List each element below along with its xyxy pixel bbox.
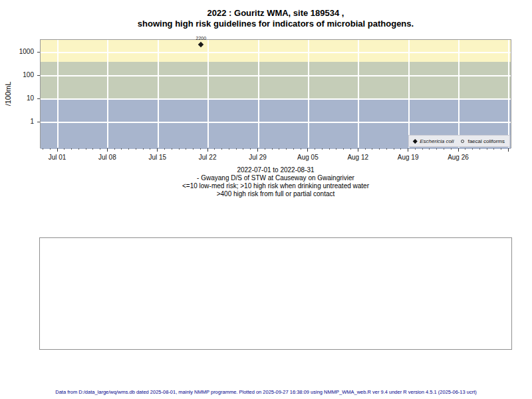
chart-title: 2022 : Gouritz WMA, site 189534 , showin… [40, 8, 511, 29]
x-axis-minor-tick [487, 148, 487, 150]
plot-area: 2200Eschericia colifaecal coliforms [40, 39, 511, 148]
x-axis-major-tick [508, 148, 509, 152]
x-axis-minor-tick [451, 148, 452, 150]
x-axis: Jul 01Jul 08Jul 15Jul 22Jul 29Aug 05Aug … [40, 148, 511, 165]
x-axis-major-tick [257, 148, 258, 152]
x-axis-minor-tick [78, 148, 79, 150]
open-circle-icon [461, 140, 464, 143]
x-axis-minor-tick [479, 148, 480, 150]
data-point-value-label: 2200 [188, 36, 214, 41]
x-axis-minor-tick [343, 148, 344, 150]
x-axis-minor-tick [150, 148, 150, 150]
x-axis-tick-label: Jul 22 [191, 154, 224, 161]
x-axis-tick-label: Aug 12 [341, 154, 374, 161]
x-axis-minor-tick [71, 148, 72, 150]
x-axis-minor-tick [128, 148, 129, 150]
x-axis-minor-tick [43, 148, 43, 150]
x-axis-minor-tick [164, 148, 165, 150]
x-axis-minor-tick [336, 148, 336, 150]
x-axis-major-tick [408, 148, 408, 152]
x-axis-minor-tick [236, 148, 237, 150]
x-axis-minor-tick [179, 148, 180, 150]
legend-entry: Eschericia coli [414, 138, 454, 144]
x-axis-minor-tick [301, 148, 301, 150]
x-axis-minor-tick [186, 148, 186, 150]
x-axis-minor-tick [286, 148, 287, 150]
x-axis-minor-tick [221, 148, 222, 150]
x-axis-major-tick [458, 148, 459, 152]
high-risk-drinking-band [41, 62, 511, 99]
x-axis-tick-label: Aug 19 [392, 154, 425, 161]
gridline-vertical [207, 40, 209, 148]
y-axis: 1101001000 [0, 39, 40, 148]
x-axis-minor-tick [214, 148, 215, 150]
empty-second-panel [39, 237, 512, 350]
gridline-vertical [308, 40, 309, 148]
x-axis-minor-tick [50, 148, 51, 150]
footer-text: Data from D:/data_large/wq/wms.db dated … [0, 389, 532, 396]
x-axis-minor-tick [114, 148, 115, 150]
caption-risk-rule-drinking: <=10 low-med risk; >10 high risk when dr… [40, 182, 511, 190]
chart-title-line1: 2022 : Gouritz WMA, site 189534 , [40, 8, 511, 19]
x-axis-minor-tick [272, 148, 273, 150]
x-axis-minor-tick [329, 148, 330, 150]
x-axis-minor-tick [86, 148, 86, 150]
gridline-horizontal [41, 122, 511, 123]
x-axis-minor-tick [415, 148, 416, 150]
x-axis-major-tick [307, 148, 308, 152]
x-axis-minor-tick [350, 148, 351, 150]
x-axis-minor-tick [465, 148, 466, 150]
x-axis-major-tick [207, 148, 208, 152]
x-axis-major-tick [358, 148, 358, 152]
x-axis-minor-tick [293, 148, 294, 150]
chart-title-line2: showing high risk guidelines for indicat… [40, 19, 511, 29]
legend-entry: faecal coliforms [461, 138, 505, 144]
legend-label: faecal coliforms [467, 138, 505, 144]
x-axis-minor-tick [372, 148, 372, 150]
x-axis-tick-label: Jul 01 [41, 154, 74, 161]
x-axis-minor-tick [64, 148, 65, 150]
x-axis-tick-label: Jul 15 [141, 154, 174, 161]
gridline-vertical [158, 40, 159, 148]
x-axis-minor-tick [400, 148, 401, 150]
x-axis-minor-tick [315, 148, 315, 150]
x-axis-tick-label: Aug 05 [291, 154, 325, 161]
gridline-vertical [458, 40, 460, 148]
x-axis-minor-tick [193, 148, 194, 150]
x-axis-major-tick [107, 148, 108, 152]
x-axis-minor-tick [92, 148, 93, 150]
gridline-horizontal [41, 98, 511, 100]
x-axis-tick-label: Jul 08 [90, 154, 124, 161]
x-axis-minor-tick [436, 148, 437, 150]
gridline-vertical [408, 40, 410, 148]
x-axis-minor-tick [365, 148, 366, 150]
caption-risk-rule-contact: >400 high risk from full or partial cont… [40, 190, 511, 198]
x-axis-minor-tick [229, 148, 229, 150]
x-axis-tick-label: Aug 26 [442, 154, 475, 161]
x-axis-minor-tick [501, 148, 501, 150]
gridline-horizontal [41, 75, 511, 76]
x-axis-minor-tick [200, 148, 201, 150]
caption-date-range: 2022-07-01 to 2022-08-31 [40, 166, 511, 174]
gridline-vertical [508, 40, 509, 148]
x-axis-minor-tick [493, 148, 494, 150]
gridline-vertical [358, 40, 359, 148]
chart-caption: 2022-07-01 to 2022-08-31 - Gwayang D/S o… [40, 166, 511, 198]
caption-site-description: - Gwayang D/S of STW at Causeway on Gwai… [40, 174, 511, 182]
x-axis-major-tick [157, 148, 158, 152]
x-axis-minor-tick [429, 148, 430, 150]
y-axis-tick-label: 100 [7, 72, 34, 78]
x-axis-major-tick [57, 148, 58, 152]
x-axis-minor-tick [265, 148, 265, 150]
x-axis-minor-tick [279, 148, 279, 150]
gridline-vertical [107, 40, 108, 148]
legend-label: Eschericia coli [420, 138, 454, 144]
x-axis-minor-tick [136, 148, 136, 150]
high-risk-contact-band [41, 40, 511, 62]
x-axis-minor-tick [379, 148, 380, 150]
y-axis-tick-label: 1 [7, 118, 34, 125]
gridline-vertical [57, 40, 59, 148]
x-axis-tick-label: Jul 29 [241, 154, 275, 161]
x-axis-minor-tick [394, 148, 394, 150]
x-axis-minor-tick [386, 148, 387, 150]
